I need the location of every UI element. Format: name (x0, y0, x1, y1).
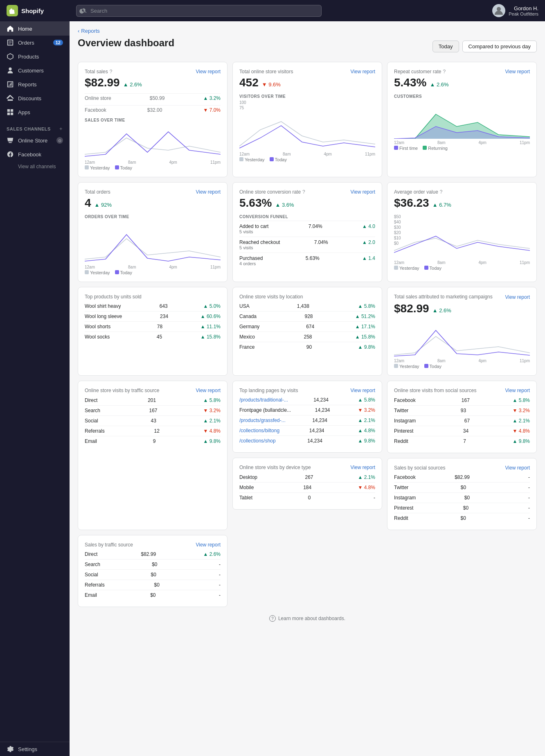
sidebar-label-customers: Customers (18, 68, 44, 74)
today-button[interactable]: Today (432, 41, 459, 52)
total-orders-change: ▲ 92% (95, 202, 112, 208)
sidebar-item-apps[interactable]: Apps (0, 105, 70, 119)
header-actions: Today Compared to previous day (432, 41, 537, 52)
list-item: Social43▲ 2.1% (85, 415, 221, 426)
sidebar-item-online-store[interactable]: Online Store ⊙ (0, 133, 70, 147)
online-store-toggle[interactable]: ⊙ (56, 137, 63, 144)
list-item: Twitter93▼ 3.2% (394, 405, 530, 415)
page-header-row: Overview dashboard Today Compared to pre… (78, 37, 537, 55)
sidebar-item-facebook[interactable]: Facebook (0, 147, 70, 161)
list-item: /collections/biltong14,234▲ 4.8% (239, 425, 375, 436)
sidebar-item-products[interactable]: Products (0, 50, 70, 63)
marketing-sales-value: $82.99 (394, 302, 429, 315)
total-orders-view-report[interactable]: View report (196, 189, 221, 195)
avg-order-chart (394, 222, 530, 259)
sales-row-online: Online store $50.99 ▲ 3.2% (85, 93, 221, 103)
sidebar-bottom: Settings (0, 742, 70, 756)
list-item: Germany674▲ 17.1% (239, 321, 375, 332)
visits-social-title: Online store visits from social sources (394, 388, 505, 394)
list-item: Twitter$0- (394, 482, 530, 492)
top-products-card: Top products by units sold Wool shirt he… (78, 287, 227, 376)
list-item: Search$0- (85, 559, 221, 569)
total-sales-title: Total sales ? (85, 69, 112, 74)
conversion-rate-title: Online store conversion rate ? (239, 189, 305, 195)
list-item: Wool socks45▲ 15.8% (85, 332, 221, 342)
search-bar[interactable] (76, 5, 322, 17)
repeat-customer-title: Repeat customer rate ? (394, 69, 446, 74)
breadcrumb[interactable]: ‹ Reports (78, 28, 537, 34)
orders-badge: 12 (53, 40, 63, 45)
user-info: Gordon H. Peak Outfitters (509, 5, 538, 16)
customers-legend: First time Returning (394, 146, 530, 151)
list-item: Instagram67▲ 2.1% (394, 415, 530, 426)
marketing-sales-card: Total sales attributed to marketing camp… (387, 287, 537, 376)
list-item: Facebook$82.99- (394, 472, 530, 482)
sidebar-item-customers[interactable]: Customers (0, 63, 70, 77)
sales-social-title: Sales by social sources (394, 465, 445, 471)
sidebar-item-reports[interactable]: Reports (0, 77, 70, 91)
top-landing-view-report[interactable]: View report (351, 388, 375, 393)
visits-traffic-card: Online store visits by traffic source Vi… (78, 381, 227, 530)
sales-social-view-report[interactable]: View report (505, 465, 530, 471)
view-all-channels[interactable]: View all channels (0, 161, 70, 174)
total-sales-view-report[interactable]: View report (196, 69, 221, 74)
discounts-icon (7, 95, 14, 102)
visitors-chart (239, 113, 375, 150)
sidebar-item-settings[interactable]: Settings (0, 742, 70, 756)
sales-social-card: Sales by social sources View report Face… (387, 458, 537, 530)
middle-col-cards: Top landing pages by visits View report … (232, 381, 382, 530)
visits-device-view-report[interactable]: View report (351, 465, 375, 470)
sales-chart-label: SALES OVER TIME (85, 118, 221, 122)
sidebar-item-orders[interactable]: Orders 12 (0, 36, 70, 50)
list-item: Desktop267▲ 2.1% (239, 472, 375, 482)
online-visitors-title: Total online store visitors (239, 69, 293, 74)
funnel-label: CONVERSION FUNNEL (239, 214, 375, 219)
visits-location-rows: USA1,438▲ 5.8%Canada928▲ 51.2%Germany674… (239, 301, 375, 352)
repeat-customer-header: Repeat customer rate ? View report (394, 69, 530, 74)
online-visitors-value: 452 (239, 76, 259, 89)
repeat-customer-view-report[interactable]: View report (505, 69, 530, 74)
list-item: Pinterest$0- (394, 503, 530, 513)
list-item: Mobile184▼ 4.8% (239, 482, 375, 492)
dashboard-row-5: Sales by traffic source View report Dire… (78, 535, 537, 607)
main-nav: Home Orders 12 Products Customers (0, 22, 70, 119)
list-item: /collections/shop14,234▲ 9.8% (239, 436, 375, 446)
avg-order-change: ▲ 6.7% (432, 202, 451, 208)
marketing-chart (394, 320, 530, 357)
list-item: Canada928▲ 51.2% (239, 311, 375, 321)
total-orders-title: Total orders (85, 189, 110, 195)
visits-location-title: Online store visits by location (239, 294, 303, 300)
facebook-label: Facebook (18, 151, 41, 158)
compared-button[interactable]: Compared to previous day (462, 41, 537, 52)
orders-icon (7, 39, 14, 46)
conversion-rate-view-report[interactable]: View report (351, 189, 375, 195)
sidebar-item-discounts[interactable]: Discounts (0, 91, 70, 105)
user-section[interactable]: Gordon H. Peak Outfitters (492, 4, 538, 17)
total-sales-card: Total sales ? View report $82.99 ▲ 2.6% … (78, 62, 227, 177)
visits-traffic-title: Online store visits by traffic source (85, 388, 196, 394)
marketing-sales-view-report[interactable]: View report (505, 294, 530, 300)
repeat-customer-card: Repeat customer rate ? View report 5.43%… (387, 62, 537, 177)
user-name: Gordon H. (509, 5, 538, 11)
orders-chart-label: ORDERS OVER TIME (85, 214, 221, 219)
user-avatar (492, 4, 505, 17)
search-input[interactable] (90, 8, 316, 14)
svg-point-0 (497, 7, 501, 11)
home-icon (7, 25, 14, 32)
online-visitors-card: Total online store visitors View report … (232, 62, 382, 177)
sales-traffic-view-report[interactable]: View report (196, 542, 221, 548)
list-item: Referrals$0- (85, 580, 221, 590)
sidebar-item-home[interactable]: Home (0, 22, 70, 36)
visits-traffic-view-report[interactable]: View report (196, 388, 221, 393)
avg-order-title: Average order value ? (394, 189, 443, 195)
sidebar-logo: shopify (0, 0, 70, 22)
sidebar-label-home: Home (18, 26, 32, 32)
top-bar: Gordon H. Peak Outfitters (70, 0, 545, 21)
online-store-label: Online Store (18, 138, 47, 144)
shopify-logo-icon (7, 5, 18, 16)
dashboard-row-2: Total orders View report 4 ▲ 92% ORDERS … (78, 182, 537, 282)
add-channel-icon[interactable]: ＋ (59, 126, 63, 132)
visits-social-view-report[interactable]: View report (505, 388, 530, 393)
avg-order-value: $36.23 (394, 196, 429, 210)
online-visitors-view-report[interactable]: View report (351, 69, 375, 74)
